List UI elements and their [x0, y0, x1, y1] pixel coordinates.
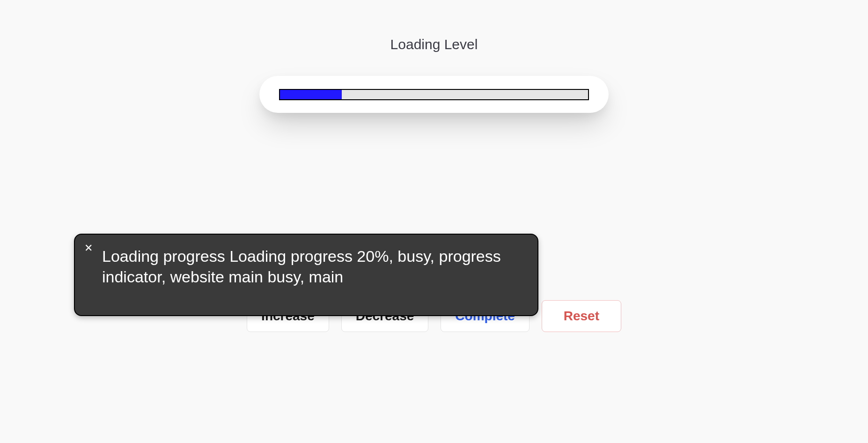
- progress-container: [259, 76, 609, 113]
- close-icon[interactable]: ✕: [84, 243, 93, 253]
- tooltip-text: Loading progress Loading progress 20%, b…: [102, 246, 522, 287]
- reset-button[interactable]: Reset: [542, 300, 621, 332]
- page-title: Loading Level: [0, 37, 868, 52]
- accessibility-tooltip: ✕ Loading progress Loading progress 20%,…: [74, 234, 538, 316]
- progress-bar: [279, 89, 589, 100]
- progress-bar-fill: [280, 90, 342, 99]
